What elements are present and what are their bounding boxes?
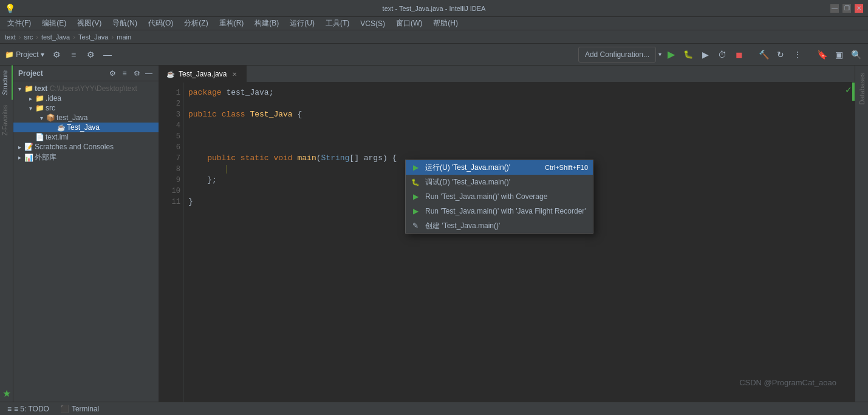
- tree-item-iml[interactable]: 📄 text.iml: [13, 132, 159, 142]
- menu-analyze[interactable]: 分析(Z): [179, 17, 213, 30]
- menu-code[interactable]: 代码(O): [143, 17, 178, 30]
- window-controls[interactable]: — ❐ ✕: [830, 4, 863, 13]
- config-dropdown-arrow[interactable]: ▾: [658, 51, 661, 58]
- breadcrumb-item-text[interactable]: text: [5, 33, 16, 41]
- code-line-6: [188, 142, 850, 153]
- menu-window[interactable]: 窗口(W): [391, 17, 427, 30]
- search-button[interactable]: 🔍: [849, 47, 863, 62]
- menu-build[interactable]: 构建(B): [250, 17, 284, 30]
- run-button[interactable]: ▶: [664, 47, 678, 62]
- config-icon[interactable]: ⚙: [83, 47, 98, 62]
- code-line-4: [188, 120, 850, 131]
- tree-item-class[interactable]: ☕ Test_Java: [13, 123, 159, 132]
- menu-tools[interactable]: 工具(T): [321, 17, 354, 30]
- tree-item-idea[interactable]: ▸ 📁 .idea: [13, 93, 159, 103]
- chevron-right-icon: ▸: [27, 95, 34, 102]
- collapse-icon[interactable]: —: [100, 47, 115, 62]
- green-error-stripe: [852, 83, 855, 101]
- tree-scratches-label: Scratches and Consoles: [35, 143, 114, 151]
- project-title-label: Project: [18, 69, 43, 78]
- context-menu-item-flight[interactable]: ▶ Run 'Test_Java.main()' with 'Java Flig…: [406, 204, 593, 218]
- tree-item-external-libs[interactable]: ▸ 📊 外部库: [13, 152, 159, 163]
- toolbar: 📁 Project ▾ ⚙ ≡ ⚙ — Add Configuration...…: [0, 44, 868, 66]
- maximize-button[interactable]: ❐: [842, 4, 851, 13]
- star-icon[interactable]: ★: [0, 385, 13, 402]
- window-title: text - Test_Java.java - IntelliJ IDEA: [383, 5, 486, 12]
- more-button[interactable]: ⋮: [790, 47, 805, 62]
- chevron-down-icon-src: ▾: [27, 105, 34, 112]
- create-context-icon: ✎: [411, 221, 420, 231]
- sync-button[interactable]: ↻: [773, 47, 788, 62]
- build-button[interactable]: 🔨: [756, 47, 771, 62]
- left-tab-favorites[interactable]: Z-Favorites: [0, 100, 13, 141]
- folder-icon: 📁: [24, 84, 33, 93]
- debug-button[interactable]: 🐛: [681, 47, 695, 62]
- java-file-icon: ☕: [166, 70, 175, 78]
- menu-run[interactable]: 运行(U): [285, 17, 320, 30]
- menu-edit[interactable]: 编辑(E): [37, 17, 71, 30]
- bottom-tab-todo[interactable]: ≡ ≡ 5: TODO: [2, 402, 54, 416]
- add-configuration-button[interactable]: Add Configuration...: [578, 47, 656, 62]
- menu-vcs[interactable]: VCS(S): [355, 18, 390, 29]
- flight-context-icon: ▶: [411, 206, 420, 216]
- context-menu: ▶ 运行(U) 'Test_Java.main()' Ctrl+Shift+F1…: [405, 160, 593, 234]
- title-bar-left: 💡: [5, 4, 15, 13]
- breadcrumb-item-method[interactable]: main: [117, 33, 131, 41]
- terminal-icon: ⬛: [60, 405, 69, 413]
- context-debug-label: 调试(D) 'Test_Java.main()': [425, 177, 510, 187]
- project-header-title: Project: [18, 69, 43, 78]
- left-tab-structure[interactable]: Structure: [0, 66, 13, 100]
- tree-item-scratches[interactable]: ▸ 📝 Scratches and Consoles: [13, 142, 159, 152]
- menu-refactor[interactable]: 重构(R): [214, 17, 249, 30]
- iml-file-icon: 📄: [35, 133, 44, 141]
- tree-idea-label: .idea: [46, 94, 61, 103]
- coverage-button[interactable]: ▶: [698, 47, 713, 62]
- settings-icon[interactable]: ⚙: [49, 47, 64, 62]
- project-layout-icon[interactable]: ≡: [120, 69, 129, 78]
- tree-libs-label: 外部库: [35, 152, 56, 163]
- menu-navigate[interactable]: 导航(N): [108, 17, 142, 30]
- menu-bar: 文件(F) 编辑(E) 视图(V) 导航(N) 代码(O) 分析(Z) 重构(R…: [0, 17, 868, 30]
- context-menu-item-create[interactable]: ✎ 创建 'Test_Java.main()': [406, 218, 593, 233]
- menu-view[interactable]: 视图(V): [72, 17, 106, 30]
- tree-item-src[interactable]: ▾ 📁 src: [13, 103, 159, 113]
- todo-icon: ≡: [7, 405, 12, 413]
- project-dropdown-label: 📁 Project ▾: [5, 50, 44, 59]
- code-line-5: [188, 131, 850, 142]
- context-run-shortcut: Ctrl+Shift+F10: [545, 164, 588, 171]
- stop-button[interactable]: ◼: [732, 47, 747, 62]
- terminal-label: Terminal: [72, 405, 99, 413]
- context-menu-item-debug[interactable]: 🐛 调试(D) 'Test_Java.main()': [406, 175, 593, 189]
- tab-close-button[interactable]: ✕: [230, 70, 239, 78]
- code-line-1: package test_Java;: [188, 87, 850, 98]
- context-menu-item-coverage[interactable]: ▶ Run 'Test_Java.main()' with Coverage: [406, 189, 593, 204]
- bookmarks-button[interactable]: 🔖: [815, 47, 829, 62]
- menu-help[interactable]: 帮助(H): [428, 17, 463, 30]
- breadcrumb-item-package[interactable]: test_Java: [41, 33, 70, 41]
- context-menu-item-run[interactable]: ▶ 运行(U) 'Test_Java.main()' Ctrl+Shift+F1…: [406, 160, 593, 175]
- profiler-button[interactable]: ⏱: [715, 47, 730, 62]
- close-button[interactable]: ✕: [855, 4, 863, 13]
- context-create-label: 创建 'Test_Java.main()': [425, 221, 500, 231]
- code-content-area[interactable]: package test_Java; public class Test_Jav…: [183, 83, 855, 402]
- project-settings-icon[interactable]: ⚙: [108, 69, 117, 78]
- project-config-icon[interactable]: ⚙: [132, 69, 142, 78]
- scratches-icon: 📝: [24, 143, 33, 151]
- terminal-small-button[interactable]: ▣: [832, 47, 846, 62]
- keyword-package: package: [188, 87, 222, 98]
- project-tree: ▾ 📁 text C:\Users\YYY\Desktop\text ▸ 📁 .…: [13, 81, 159, 402]
- minimize-button[interactable]: —: [830, 4, 839, 13]
- layout-icon[interactable]: ≡: [66, 47, 81, 62]
- breadcrumb-item-class[interactable]: Test_Java: [78, 33, 109, 41]
- editor-area: ☕ Test_Java.java ✕ 1 2 3 4 5 6 7 8 9 10 …: [159, 66, 855, 402]
- left-vertical-tabs: Structure Z-Favorites ★: [0, 66, 13, 402]
- tree-item-root[interactable]: ▾ 📁 text C:\Users\YYY\Desktop\text: [13, 84, 159, 93]
- project-minimize-icon[interactable]: —: [144, 69, 154, 78]
- menu-file[interactable]: 文件(F): [2, 17, 36, 30]
- editor-tab-test-java[interactable]: ☕ Test_Java.java ✕: [159, 66, 247, 83]
- bottom-tab-terminal[interactable]: ⬛ Terminal: [55, 402, 104, 416]
- tree-item-package[interactable]: ▾ 📦 test_Java: [13, 113, 159, 123]
- databases-label[interactable]: Databases: [857, 68, 867, 110]
- breadcrumb-item-src[interactable]: src: [24, 33, 33, 41]
- line-numbers: 1 2 3 4 5 6 7 8 9 10 11: [159, 83, 183, 402]
